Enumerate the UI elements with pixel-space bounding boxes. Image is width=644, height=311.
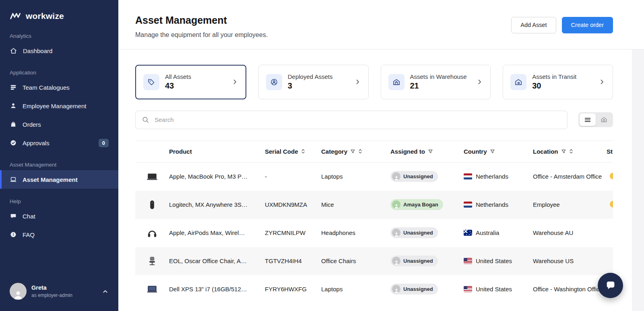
serial-code: ZYRCMNILPW [265,229,321,236]
assigned-name: Unassigned [403,286,433,292]
sidebar-item-dashboard[interactable]: Dashboard [0,41,118,60]
filter-icon[interactable] [561,149,566,154]
warehouse-view-icon [601,116,607,123]
country-flag-icon [464,202,472,208]
user-avatar [10,283,27,300]
category: Office Chairs [321,257,390,264]
product-name: EOL, Oscar Office Chair, A… [169,257,265,264]
workwize-logo-icon [10,12,22,21]
stat-card-label: Assets in Transit [532,73,576,80]
section-label-asset-management: Asset Management [0,162,118,168]
table-row[interactable]: Apple, AirPods Max, Wirel… ZYRCMNILPW He… [135,219,613,247]
table-row[interactable]: Logitech, MX Anywhere 3S… UXMDKN9MZA Mic… [135,191,613,219]
product-name: Apple, MacBook Pro, M3 P… [169,173,265,180]
country-flag-icon [464,173,472,179]
section-label-application: Application [0,70,118,76]
product-thumbnail-dell-laptop [147,284,158,295]
column-header-category[interactable]: Category [321,148,390,155]
user-menu[interactable]: Greta as employer-admin [0,274,118,311]
sidebar-item-chat[interactable]: Chat [0,207,118,225]
stat-card-assets-in-warehouse[interactable]: Assets in Warehouse 21 [381,65,491,99]
product-name: Logitech, MX Anywhere 3S… [169,201,265,208]
catalogue-icon [10,84,17,91]
column-header-assigned-to[interactable]: Assigned to [390,148,464,155]
column-header-country[interactable]: Country [464,148,533,155]
approvals-check-icon [10,139,17,146]
deployed-person-icon [266,74,282,90]
category: Laptops [321,173,390,180]
sort-icon[interactable] [358,148,362,154]
assigned-pill: Amaya Bogan [390,199,443,210]
main-content: Asset Management Manage the equipment fo… [118,0,644,311]
country-flag-icon [464,286,472,292]
sort-icon[interactable] [301,148,305,154]
stat-card-value: 30 [532,81,576,91]
sidebar-item-label: Team Catalogues [23,84,70,91]
country-flag-icon [464,258,472,264]
list-view-button[interactable] [580,113,596,126]
location: Warehouse US [533,257,607,264]
chevron-right-icon [231,78,238,85]
warehouse-view-button[interactable] [596,113,612,126]
category: Laptops [321,286,390,292]
filter-icon[interactable] [428,149,433,154]
sidebar: workwize Analytics Dashboard Application… [0,0,118,311]
page-title: Asset Management [135,14,268,26]
assigned-name: Amaya Bogan [403,202,438,208]
scrollbar-gutter[interactable] [632,49,644,311]
table-row[interactable]: Apple, MacBook Pro, M3 P… - Laptops Unas… [135,163,613,191]
sidebar-item-label: FAQ [23,231,35,238]
stat-card-value: 21 [410,81,467,91]
assigned-pill: Unassigned [390,255,438,266]
country-flag-icon [464,230,472,236]
sidebar-item-label: Approvals [23,140,50,146]
search-row [135,111,613,129]
sidebar-item-team-catalogues[interactable]: Team Catalogues [0,78,118,97]
sidebar-item-label: Employee Management [23,103,86,109]
sidebar-item-orders[interactable]: Orders [0,115,118,134]
country-name: Netherlands [476,201,508,208]
product-thumbnail-macbook [147,171,158,182]
status-dot [610,173,613,179]
stat-card-deployed-assets[interactable]: Deployed Assets 3 [258,65,369,99]
category: Mice [321,201,390,208]
category: Headphones [321,229,390,236]
avatar-icon [392,257,400,265]
sidebar-item-approvals[interactable]: Approvals 0 [0,134,118,152]
search-input[interactable] [154,116,561,124]
column-header-serial-code[interactable]: Serial Code [265,148,321,155]
workwize-logo[interactable]: workwize [0,0,118,23]
product-name: Dell XPS 13" i7 (16GB/512… [169,286,265,292]
filter-icon[interactable] [350,149,355,154]
info-icon [10,231,17,238]
filter-icon[interactable] [490,149,495,154]
table-header-row: Product Serial Code Category Assigned to [135,140,613,163]
add-asset-button[interactable]: Add Asset [511,17,556,33]
list-icon [584,116,591,124]
stat-card-label: Assets in Warehouse [410,73,467,80]
column-header-location[interactable]: Location [533,148,607,155]
avatar-icon [392,172,400,181]
logo-text: workwize [26,11,64,21]
sort-icon[interactable] [569,148,573,154]
table-row[interactable]: EOL, Oscar Office Chair, A… TGTVZH4IH4 O… [135,247,613,275]
table-row[interactable]: Dell XPS 13" i7 (16GB/512… FYRY6HWXFG La… [135,275,613,303]
serial-code: UXMDKN9MZA [265,201,321,208]
assets-table: Product Serial Code Category Assigned to [135,140,613,303]
sidebar-item-faq[interactable]: FAQ [0,225,118,244]
chat-launcher-button[interactable] [598,273,623,298]
location: Employee [533,201,607,208]
sidebar-item-employee-management[interactable]: Employee Management [0,97,118,115]
sidebar-item-asset-management[interactable]: Asset Management [0,170,118,189]
stat-card-label: All Assets [165,73,191,80]
column-header-status[interactable]: St [607,148,613,155]
sidebar-item-label: Dashboard [23,47,52,54]
sidebar-item-label: Asset Management [23,176,78,183]
stat-card-all-assets[interactable]: All Assets 43 [135,65,246,99]
country-name: United States [476,257,512,264]
avatar-icon [392,200,400,209]
stat-card-assets-in-transit[interactable]: Assets in Transit 30 [503,65,613,99]
create-order-button[interactable]: Create order [562,17,613,33]
assigned-name: Unassigned [403,258,433,264]
stat-card-value: 3 [288,81,333,91]
